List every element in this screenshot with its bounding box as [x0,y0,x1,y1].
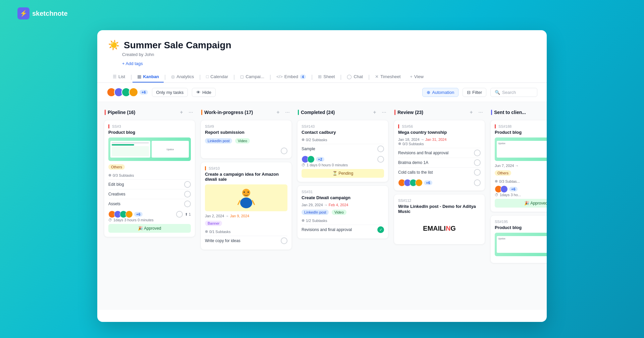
card-ss143-footer: +2 [302,156,384,163]
review-more-button[interactable]: ··· [477,109,484,116]
user-avatars[interactable]: +6 [107,88,148,97]
tab-view[interactable]: + View [405,71,428,82]
column-wip: Work-in-progress (17) + ··· SS#9 Report … [201,109,292,253]
tab-calendar[interactable]: □ Calendar [201,71,233,82]
mini-avatar-4 [125,211,133,218]
card-ss112-id: SS#112 [398,199,481,203]
card-ss3-action-btn[interactable] [176,211,183,218]
created-by: Created by John [122,52,536,57]
campaign-icon: ◻ [240,74,244,79]
task-creatives-checkbox[interactable] [184,191,191,198]
card-ss143-circle-btn[interactable] [377,156,384,163]
card-ss10-task: Write copy for ideas [205,236,287,245]
card-ss195-image: Upstox [495,233,547,256]
analytics-icon: ◎ [171,74,175,79]
card-ss188-avatar-count: +6 [509,187,518,191]
card-ss56-task-bratma: Bratma demo 1A [398,158,481,167]
timesheet-icon: ✕ [375,74,379,79]
automation-button[interactable]: ⊕ Automation [422,88,459,97]
search-placeholder: Search [502,90,516,95]
card-ss9-tag-linkedin: LinkedIn post [205,138,232,144]
task-editblog-checkbox[interactable] [184,181,191,188]
column-pipeline-title: Pipeline (16) [108,110,176,115]
column-wip-actions: + ··· [274,109,291,116]
card-ss143-task-sample: Sample [302,144,384,154]
card-ss56-name: Mega country township [398,130,481,135]
calendar-icon: □ [206,74,209,79]
task-ss56-bratma-checkbox[interactable] [474,159,481,166]
tab-campaign[interactable]: ◻ Campai... [235,71,269,82]
card-ss112[interactable]: SS#112 Write LinkedIn post - Demo for Ad… [394,194,485,244]
task-copyideas-checkbox[interactable] [281,237,287,244]
card-ss10-id: SS#10 [205,166,287,170]
task-ss56-revisions-checkbox[interactable] [474,150,481,156]
card-ss56[interactable]: SS#56 Mega country township Jan 18, 2024… [394,120,485,191]
card-ss188-avatars: +6 [495,185,518,193]
my-tasks-button[interactable]: Only my tasks [152,88,188,97]
automation-label: Automation [432,90,454,95]
task-sample-checkbox[interactable] [377,146,384,152]
tab-timesheet[interactable]: ✕ Timesheet [370,71,405,82]
card-header: ☀️ Summer Sale Campaign Created by John … [97,30,547,83]
card-ss56-task-revisions: Revisions and final approval [398,148,481,158]
column-sent: Sent to clien... + ··· SS#188 Product bl… [490,109,547,267]
card-ss56-id: SS#56 [398,124,481,128]
completed-add-button[interactable]: + [371,109,378,116]
tab-sheet[interactable]: ⊞ Sheet [313,71,339,82]
card-ss3-footer: +6 ⬆ 1 [108,211,191,218]
card-ss3-status: 🎉 Approved [108,224,191,233]
pipeline-more-button[interactable]: ··· [187,109,195,116]
nav-tabs: ☰ List | ▦ Kanban | ◎ Analytics | □ Cale… [108,71,536,82]
tab-analytics[interactable]: ◎ Analytics [166,71,199,82]
embed-icon: </> [276,74,283,79]
card-ss56-circle-btn[interactable] [474,179,481,186]
card-ss9-tag-video: Video [235,138,250,144]
project-title-row: ☀️ Summer Sale Campaign [108,40,536,51]
card-ss31[interactable]: SS#31 Create Diwali campaign Jan 29, 202… [297,185,388,239]
card-ss10-tag-banner: Banner [205,221,222,226]
list-icon: ☰ [113,74,117,79]
card-ss3-subtasks: ⊗ 0/3 Subtasks [108,173,191,177]
wip-more-button[interactable]: ··· [284,109,291,116]
wip-add-button[interactable]: + [274,109,282,116]
pipeline-add-button[interactable]: + [178,109,185,116]
card-ss3-tag: Others [108,164,125,170]
card-ss56-avatars: +6 [398,179,432,186]
card-ss3-task-assets: Assets [108,199,191,209]
card-ss143-avatars: +2 [302,156,324,163]
add-tags-button[interactable]: + Add tags [122,61,143,66]
tab-list[interactable]: ☰ List [108,71,130,82]
tab-embed[interactable]: </> Embed 4 [272,71,311,82]
card-ss31-subtasks: ⊗ 1/2 Subtasks [302,218,384,223]
card-ss195-id: SS#195 [495,220,547,224]
search-box[interactable]: 🔍 Search [490,88,537,97]
card-ss188[interactable]: SS#188 Product blog Upstox Jun 7, 2024 →… [490,120,547,212]
completed-more-button[interactable]: ··· [380,109,388,116]
card-ss195[interactable]: SS#195 Product blog Upstox [490,215,547,263]
task-ss56-coldcalls-checkbox[interactable] [474,169,481,176]
tab-kanban[interactable]: ▦ Kanban [132,71,164,82]
search-icon: 🔍 [495,90,500,95]
card-ss9[interactable]: SS#9 Report submission LinkedIn post Vid… [201,120,292,159]
review-add-button[interactable]: + [468,109,475,116]
card-ss31-task-revisions: Revisions and final approval ✓ [302,225,384,234]
task-assets-checkbox[interactable] [184,201,191,207]
card-ss9-name: Report submission [205,130,287,135]
hide-button[interactable]: 👁 Hide [192,88,216,97]
task-revisions-checkbox[interactable]: ✓ [377,226,384,233]
card-ss10[interactable]: SS#10 Create a campaign idea for Amazon … [201,162,292,250]
tab-chat[interactable]: ◯ Chat [342,71,367,82]
card-ss9-circle-btn[interactable] [281,148,287,154]
card-ss112-name: Write LinkedIn post - Demo for Aditya Mu… [398,204,481,214]
card-ss3[interactable]: SS#3 Product blog Upstox [104,120,195,237]
logo-icon: ⚡ [17,7,30,19]
avatar-count: +6 [140,90,148,95]
column-wip-title: Work-in-progress (17) [204,110,272,115]
kanban-icon: ▦ [137,74,141,79]
card-ss31-tag-linkedin: LinkedIn post [302,210,329,215]
card-ss143-id: SS#143 [302,124,384,128]
card-ss143[interactable]: SS#143 Contact cadbury ⊗ 0/2 Subtasks Sa… [297,120,388,182]
filter-button[interactable]: ⊟ Filter [463,88,486,97]
card-ss143-subtasks: ⊗ 0/2 Subtasks [302,137,384,142]
sheet-icon: ⊞ [318,74,322,79]
